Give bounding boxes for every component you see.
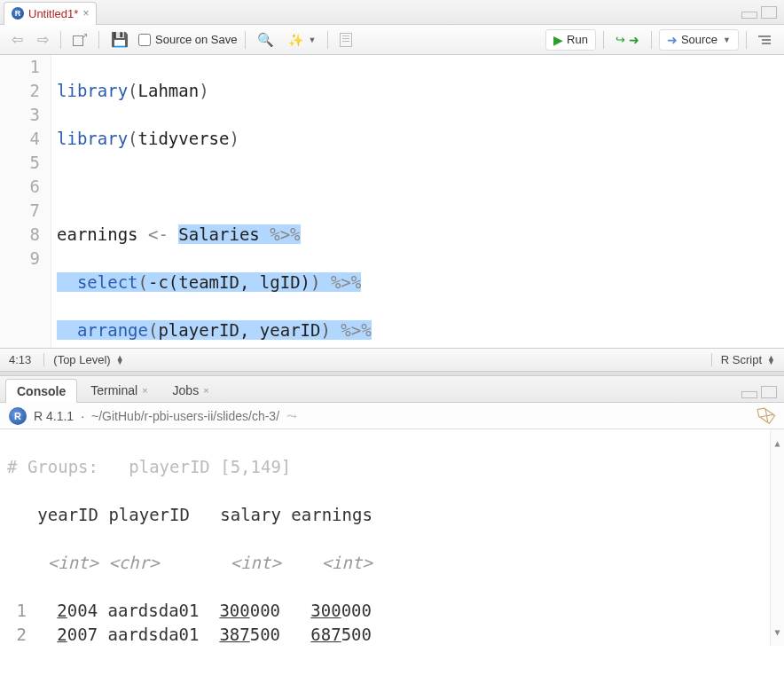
console-tab-bar: Console Terminal× Jobs× bbox=[0, 376, 784, 403]
maximize-pane-icon[interactable] bbox=[761, 6, 777, 19]
notebook-icon bbox=[340, 33, 352, 47]
scroll-down-icon[interactable]: ▼ bbox=[772, 618, 781, 646]
find-button[interactable]: 🔍 bbox=[253, 29, 278, 51]
r-file-icon: R bbox=[12, 7, 24, 20]
save-icon: 💾 bbox=[111, 31, 129, 48]
console-toolbar: R R 4.1.1 · ~/GitHub/r-pbi-users-ii/slid… bbox=[0, 403, 784, 429]
editor-tab-bar: R Untitled1* × bbox=[0, 0, 784, 25]
scope-selector[interactable]: (Top Level) ▲▼ bbox=[43, 353, 123, 366]
wand-icon: ✨ bbox=[288, 33, 303, 47]
rerun-icon: ↪ bbox=[615, 33, 625, 46]
maximize-pane-icon[interactable] bbox=[761, 386, 777, 398]
back-button[interactable]: ⇦ bbox=[7, 28, 27, 51]
updown-icon: ▲▼ bbox=[116, 356, 124, 365]
minimize-pane-icon[interactable] bbox=[741, 12, 757, 19]
save-button[interactable]: 💾 bbox=[106, 28, 133, 51]
close-icon[interactable]: × bbox=[142, 385, 147, 396]
forward-button[interactable]: ⇨ bbox=[33, 28, 53, 51]
scroll-up-icon[interactable]: ▲ bbox=[772, 429, 781, 457]
source-on-save-input[interactable] bbox=[138, 34, 151, 46]
close-icon[interactable]: × bbox=[203, 385, 208, 396]
r-version: R 4.1.1 bbox=[34, 409, 74, 423]
console-output[interactable]: # Groups: playerID [5,149] yearID player… bbox=[0, 429, 784, 646]
chevron-down-icon: ▼ bbox=[309, 35, 317, 44]
source-arrow-icon: ➜ bbox=[667, 33, 678, 47]
arrow-left-icon: ⇦ bbox=[12, 31, 23, 48]
chevron-down-icon: ▼ bbox=[723, 35, 731, 44]
search-icon: 🔍 bbox=[257, 32, 274, 48]
table-header: yearID playerID salary earnings bbox=[7, 503, 777, 527]
source-on-save-label: Source on Save bbox=[155, 33, 238, 46]
rerun-button[interactable]: ↪➜ bbox=[611, 30, 644, 50]
arrow-right-icon: ⇨ bbox=[37, 31, 49, 48]
code-tools-button[interactable]: ✨▼ bbox=[284, 30, 321, 50]
pane-window-controls bbox=[741, 386, 784, 402]
language-selector[interactable]: R Script ▲▼ bbox=[711, 353, 775, 366]
tab-title: Untitled1* bbox=[28, 7, 78, 20]
scrollbar[interactable]: ▲ ▼ bbox=[770, 429, 784, 646]
run-arrow-icon: ▶ bbox=[553, 33, 563, 47]
tab-console[interactable]: Console bbox=[5, 379, 77, 403]
working-directory[interactable]: ~/GitHub/r-pbi-users-ii/slides/ch-3/ bbox=[91, 409, 279, 423]
editor-status-bar: 4:13 (Top Level) ▲▼ R Script ▲▼ bbox=[0, 348, 784, 371]
pane-window-controls bbox=[741, 6, 784, 19]
outline-icon bbox=[758, 34, 772, 46]
run-label: Run bbox=[567, 33, 588, 46]
updown-icon: ▲▼ bbox=[767, 356, 775, 365]
editor-tab[interactable]: R Untitled1* × bbox=[4, 2, 97, 25]
compile-report-button[interactable] bbox=[335, 30, 357, 50]
table-row: 2 2007 aardsda01 387500 687500 bbox=[7, 623, 777, 646]
source-label: Source bbox=[681, 33, 717, 46]
go-icon: ➜ bbox=[629, 33, 639, 47]
outline-button[interactable] bbox=[754, 31, 777, 49]
r-logo-icon: R bbox=[9, 407, 27, 425]
popout-button[interactable] bbox=[68, 31, 91, 49]
popout-icon bbox=[73, 34, 87, 46]
close-icon[interactable]: × bbox=[82, 7, 89, 20]
minimize-pane-icon[interactable] bbox=[741, 391, 757, 398]
clear-console-icon[interactable]: ⌫ bbox=[752, 403, 779, 428]
source-button[interactable]: ➜ Source ▼ bbox=[659, 29, 739, 51]
source-on-save-checkbox[interactable]: Source on Save bbox=[138, 33, 238, 46]
cursor-position: 4:13 bbox=[9, 353, 31, 366]
code-editor[interactable]: 1 2 3 4 5 6 7 8 9 library(Lahman) librar… bbox=[0, 55, 784, 348]
table-row: 1 2004 aardsda01 300000 300000 bbox=[7, 599, 777, 623]
run-button[interactable]: ▶ Run bbox=[545, 29, 596, 51]
code-content[interactable]: library(Lahman) library(tidyverse) earni… bbox=[51, 55, 784, 348]
editor-toolbar: ⇦ ⇨ 💾 Source on Save 🔍 ✨▼ ▶ Run ↪➜ ➜ Sou… bbox=[0, 25, 784, 55]
goto-directory-icon[interactable]: ⤳ bbox=[286, 409, 297, 423]
line-gutter: 1 2 3 4 5 6 7 8 9 bbox=[0, 55, 51, 348]
tab-jobs[interactable]: Jobs× bbox=[161, 378, 221, 402]
console-line: # Groups: playerID [5,149] bbox=[7, 455, 777, 479]
tab-terminal[interactable]: Terminal× bbox=[79, 378, 159, 402]
table-types: <int> <chr> <int> <int> bbox=[7, 551, 777, 575]
